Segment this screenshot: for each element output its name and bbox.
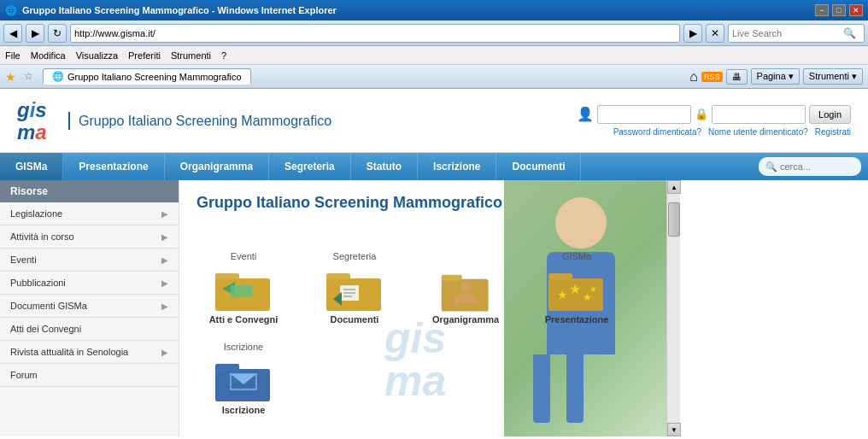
rss-icon[interactable]: RSS	[701, 72, 723, 82]
forgot-password-link[interactable]: Password dimenticata?	[613, 127, 701, 137]
scroll-up-button[interactable]: ▲	[667, 180, 681, 194]
sidebar-item-attivita[interactable]: Attività in corso ▶	[0, 225, 179, 249]
tab-label: Gruppo Italiano Screening Mammografico	[67, 72, 242, 82]
svg-rect-4	[231, 285, 252, 297]
nav-organigramma[interactable]: Organigramma	[165, 153, 269, 180]
username-field[interactable]	[597, 105, 691, 124]
browser-tab[interactable]: 🌐 Gruppo Italiano Screening Mammografico	[43, 68, 251, 85]
sidebar-item-documenti-gisma[interactable]: Documenti GISMa ▶	[0, 295, 179, 318]
menu-help[interactable]: ?	[221, 50, 226, 61]
iscrizione-label-top: Iscrizione	[224, 342, 263, 352]
sidebar-item-atti-convegni[interactable]: Atti dei Convegni	[0, 318, 179, 341]
folder-eventi-icon	[214, 263, 273, 314]
go-button[interactable]: ▶	[683, 24, 702, 43]
site-wrapper: gis ma Gruppo Italiano Screening Mammogr…	[0, 89, 868, 436]
menu-strumenti[interactable]: Strumenti	[171, 50, 211, 61]
live-search-input[interactable]	[732, 28, 843, 38]
main-content: Gruppo Italiano Screening Mammografico E…	[179, 180, 666, 436]
scroll-track[interactable]	[667, 194, 680, 423]
sidebar-title: Risorse	[0, 180, 179, 202]
sidebar-item-forum[interactable]: Forum	[0, 364, 179, 387]
organigramma-label: Organigramma	[432, 314, 499, 325]
print-button[interactable]: 🖶	[726, 69, 748, 85]
chevron-right-icon: ▶	[161, 255, 168, 265]
browser-icon: 🌐	[5, 5, 17, 16]
user-icon: 👤	[577, 106, 594, 122]
add-favorites-icon[interactable]: ☆	[24, 70, 38, 84]
icon-item-iscrizione[interactable]: Iscrizione Iscrizione	[196, 342, 290, 415]
sidebar-item-eventi[interactable]: Eventi ▶	[0, 249, 179, 272]
title-bar: 🌐 Gruppo Italiano Screening Mammografico…	[0, 0, 868, 20]
address-bar[interactable]	[70, 24, 680, 43]
forgot-username-link[interactable]: Nome utente dimenticato?	[708, 127, 808, 137]
atti-label: Atti e Convegni	[209, 314, 279, 325]
svg-text:★: ★	[569, 282, 581, 296]
svg-point-15	[460, 281, 471, 291]
nav-bar: ◀ ▶ ↻ ▶ ✕ 🔍	[0, 20, 868, 46]
sidebar-item-pubblicazioni[interactable]: Pubblicazioni ▶	[0, 272, 179, 295]
presentazione-label: Presentazione	[545, 314, 609, 325]
chevron-right-icon: ▶	[161, 278, 168, 288]
nav-gisma[interactable]: GISMa	[0, 153, 63, 180]
nav-statuto[interactable]: Statuto	[351, 153, 418, 180]
search-wrap: 🔍	[759, 157, 861, 176]
register-link[interactable]: Registrati	[815, 127, 851, 137]
sidebar-item-rivista[interactable]: Rivista attualità in Senologia ▶	[0, 341, 179, 364]
forward-button[interactable]: ▶	[26, 24, 44, 43]
nav-iscrizione[interactable]: Iscrizione	[418, 153, 496, 180]
icon-item-presentazione[interactable]: GISMa ★ ★ ★ ★ Presentazi	[530, 251, 624, 325]
logo-area: gis ma Gruppo Italiano Screening Mammogr…	[17, 99, 331, 142]
strumenti-button[interactable]: Strumenti ▾	[803, 68, 863, 85]
eventi-label-top: Eventi	[231, 251, 257, 261]
window-title: Gruppo Italiano Screening Mammografico -…	[22, 5, 337, 15]
stop-button[interactable]: ✕	[706, 24, 724, 43]
scroll-thumb[interactable]	[668, 202, 680, 237]
menu-modifica[interactable]: Modifica	[31, 50, 66, 61]
login-links: Password dimenticata? Nome utente diment…	[613, 127, 851, 137]
pagina-button[interactable]: Pagina ▾	[751, 68, 800, 85]
content-area: Risorse Legislazione ▶ Attività in corso…	[0, 180, 666, 436]
menu-bar: File Modifica Visualizza Preferiti Strum…	[0, 46, 868, 65]
tab-favicon: 🌐	[52, 71, 64, 82]
lock-icon: 🔒	[695, 108, 708, 120]
back-button[interactable]: ◀	[3, 24, 22, 43]
chevron-right-icon: ▶	[161, 348, 168, 357]
maximize-button[interactable]: □	[832, 4, 846, 16]
login-row: 👤 🔒 Login	[577, 105, 851, 124]
site-title: Gruppo Italiano Screening Mammografico	[79, 114, 331, 128]
url-input[interactable]	[74, 28, 676, 38]
content-with-scroll: Risorse Legislazione ▶ Attività in corso…	[0, 180, 868, 436]
logo-subtitle: Gruppo Italiano Screening Mammografico	[68, 112, 331, 130]
sidebar-item-legislazione[interactable]: Legislazione ▶	[0, 202, 179, 225]
nav-presentazione[interactable]: Presentazione	[63, 153, 164, 180]
close-button[interactable]: ✕	[849, 4, 863, 16]
nav-documenti[interactable]: Documenti	[496, 153, 581, 180]
login-button[interactable]: Login	[809, 105, 851, 124]
menu-preferiti[interactable]: Preferiti	[128, 50, 161, 61]
icon-item-documenti[interactable]: Segreteria Documenti	[308, 251, 402, 325]
title-bar-left: 🌐 Gruppo Italiano Screening Mammografico…	[5, 5, 337, 16]
main-nav: GISMa Presentazione Organigramma Segrete…	[0, 153, 868, 180]
nav-segreteria[interactable]: Segreteria	[269, 153, 351, 180]
documenti-label: Documenti	[331, 314, 379, 325]
refresh-button[interactable]: ↻	[48, 24, 67, 43]
scroll-down-button[interactable]: ▼	[667, 423, 681, 436]
chevron-right-icon: ▶	[161, 232, 168, 242]
icon-item-organigramma[interactable]: Organigramma	[419, 263, 513, 325]
favorites-star-icon[interactable]: ★	[5, 70, 19, 84]
search-bar[interactable]: 🔍	[728, 24, 865, 43]
icon-grid: Eventi Atti e Convegni	[196, 225, 649, 415]
minimize-button[interactable]: −	[815, 4, 829, 16]
svg-text:★: ★	[557, 288, 568, 301]
password-field[interactable]	[712, 105, 806, 124]
search-icon: 🔍	[765, 161, 777, 173]
folder-organigramma-icon	[436, 263, 496, 314]
menu-visualizza[interactable]: Visualizza	[76, 50, 118, 61]
home-icon[interactable]: ⌂	[689, 69, 698, 85]
logo-box: gis ma	[17, 99, 60, 142]
icon-item-atti-convegni[interactable]: Eventi Atti e Convegni	[196, 251, 290, 325]
menu-file[interactable]: File	[5, 50, 21, 61]
svg-text:★: ★	[589, 284, 597, 294]
folder-documenti-icon	[325, 263, 384, 314]
iscrizione-label: Iscrizione	[222, 405, 266, 415]
